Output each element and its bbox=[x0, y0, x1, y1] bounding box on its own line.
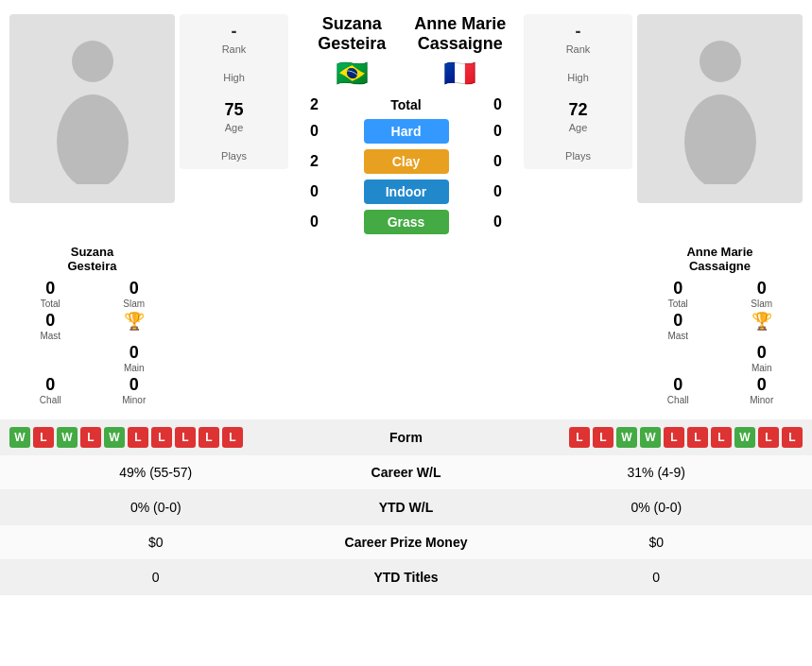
match-rows: 2 Total 0 0 Hard 0 2 Clay 0 0 bbox=[298, 96, 514, 240]
main-container: - Rank High 75 Age Plays Suzana Gesteira bbox=[0, 0, 812, 595]
left-rank-row: - Rank bbox=[189, 22, 279, 55]
minor-label-right: Minor bbox=[750, 395, 773, 405]
main-label-right: Main bbox=[752, 363, 772, 373]
right-plays-label: Plays bbox=[565, 150, 591, 162]
left-titles: 0 bbox=[9, 570, 302, 585]
mast-label-right: Mast bbox=[667, 331, 688, 341]
total-label: Total bbox=[369, 97, 444, 112]
right-age-value: 72 bbox=[568, 100, 587, 120]
left-stats-panel: - Rank High 75 Age Plays bbox=[180, 14, 288, 169]
left-name-line2: Gesteira bbox=[298, 34, 406, 54]
clay-button[interactable]: Clay bbox=[364, 149, 449, 174]
right-age-row: 72 Age bbox=[533, 100, 623, 133]
left-plays-label: Plays bbox=[221, 150, 247, 162]
grass-row: 0 Grass 0 bbox=[298, 210, 514, 234]
total-label-right: Total bbox=[668, 299, 688, 309]
form-label: Form bbox=[350, 430, 463, 445]
right-titles: 0 bbox=[510, 570, 803, 585]
form-badge-right: L bbox=[758, 427, 779, 448]
career-wl-row: 49% (55-57) Career W/L 31% (4-9) bbox=[0, 455, 812, 490]
left-prize: $0 bbox=[9, 535, 302, 550]
clay-right: 0 bbox=[486, 153, 510, 170]
form-badge-left: L bbox=[128, 427, 148, 448]
mast-label-left: Mast bbox=[40, 331, 60, 341]
right-prize: $0 bbox=[510, 535, 803, 550]
total-score-left: 2 bbox=[302, 96, 326, 113]
form-badge-right: L bbox=[593, 427, 613, 448]
right-rank-label: Rank bbox=[566, 43, 591, 55]
left-player-name-below: Suzana Gesteira bbox=[67, 245, 116, 273]
form-badge-right: L bbox=[711, 427, 732, 448]
left-chall-stat: 0 Chall bbox=[9, 375, 92, 405]
left-trophy-area: 🏆 bbox=[94, 311, 176, 341]
total-row: 2 Total 0 bbox=[298, 96, 514, 113]
left-high-label: High bbox=[223, 72, 245, 83]
titles-label: YTD Titles bbox=[302, 570, 510, 585]
form-badge-left: L bbox=[33, 427, 54, 448]
grass-button[interactable]: Grass bbox=[364, 210, 449, 234]
minor-label-left: Minor bbox=[122, 395, 146, 405]
left-mast-stat: 0 Mast bbox=[9, 311, 92, 341]
svg-point-0 bbox=[72, 41, 113, 82]
svg-point-1 bbox=[57, 94, 129, 184]
form-badge-right: W bbox=[640, 427, 661, 448]
grass-right: 0 bbox=[486, 213, 510, 231]
clay-left: 2 bbox=[302, 153, 326, 170]
left-career-wl: 49% (55-57) bbox=[9, 465, 302, 480]
right-rank-row: - Rank bbox=[533, 22, 623, 55]
right-slam-stat: 0 Slam bbox=[721, 279, 803, 309]
right-trophy-icon: 🏆 bbox=[752, 311, 772, 332]
right-ytd-wl: 0% (0-0) bbox=[510, 500, 803, 515]
left-age-label: Age bbox=[225, 122, 244, 133]
left-flag: 🇧🇷 bbox=[336, 58, 369, 89]
form-badge-left: W bbox=[57, 427, 78, 448]
indoor-right: 0 bbox=[486, 183, 510, 200]
stats-bottom: 49% (55-57) Career W/L 31% (4-9) 0% (0-0… bbox=[0, 455, 812, 595]
indoor-row: 0 Indoor 0 bbox=[298, 179, 514, 204]
indoor-button[interactable]: Indoor bbox=[364, 179, 449, 204]
left-name-line1: Suzana bbox=[298, 14, 406, 34]
right-player-name-below: Anne Marie Cassaigne bbox=[686, 245, 752, 273]
right-name-line1: Anne Marie bbox=[406, 14, 515, 34]
career-wl-label: Career W/L bbox=[302, 465, 510, 480]
form-badge-left: W bbox=[9, 427, 30, 448]
left-minor-stat: 0 Minor bbox=[94, 375, 176, 405]
form-badge-left: L bbox=[80, 427, 101, 448]
right-chall-stat: 0 Chall bbox=[637, 375, 719, 405]
right-rank-value: - bbox=[576, 22, 581, 42]
indoor-left: 0 bbox=[302, 183, 326, 200]
left-rank-value: - bbox=[232, 22, 237, 42]
right-high-row: High bbox=[533, 72, 623, 83]
left-slam-stat: 0 Slam bbox=[94, 279, 176, 309]
hard-button[interactable]: Hard bbox=[364, 119, 449, 144]
form-badge-right: L bbox=[687, 427, 708, 448]
left-form-results: WLWLWLLLLL bbox=[9, 427, 350, 448]
right-player-name-center: Anne Marie Cassaigne bbox=[406, 14, 515, 54]
total-score-right: 0 bbox=[486, 96, 510, 113]
left-player-name-center: Suzana Gesteira bbox=[298, 14, 406, 54]
right-name-line2: Cassaigne bbox=[406, 34, 515, 54]
form-badge-left: L bbox=[175, 427, 196, 448]
left-trophy-icon: 🏆 bbox=[124, 311, 145, 332]
clay-row: 2 Clay 0 bbox=[298, 149, 514, 174]
right-player-miniinfo: Anne Marie Cassaigne 0 Total 0 Slam 0 Ma… bbox=[637, 245, 803, 405]
right-age-label: Age bbox=[569, 122, 588, 133]
form-badge-left: L bbox=[151, 427, 172, 448]
ytd-wl-label: YTD W/L bbox=[302, 500, 510, 515]
left-plays-row: Plays bbox=[189, 150, 279, 162]
form-badge-right: W bbox=[734, 427, 755, 448]
grass-left: 0 bbox=[302, 213, 326, 231]
prize-label: Career Prize Money bbox=[302, 535, 510, 550]
hard-row: 0 Hard 0 bbox=[298, 119, 514, 144]
left-ytd-wl: 0% (0-0) bbox=[9, 500, 302, 515]
right-player-photo bbox=[637, 14, 803, 203]
chall-label-left: Chall bbox=[40, 395, 61, 405]
right-mast-stat: 0 Mast bbox=[637, 311, 719, 341]
form-badge-left: L bbox=[199, 427, 219, 448]
left-player-photo bbox=[9, 14, 175, 203]
titles-row: 0 YTD Titles 0 bbox=[0, 560, 812, 595]
slam-label-right: Slam bbox=[751, 299, 772, 309]
chall-label-right: Chall bbox=[667, 395, 689, 405]
total-label-left: Total bbox=[41, 299, 60, 309]
form-badge-right: L bbox=[569, 427, 590, 448]
